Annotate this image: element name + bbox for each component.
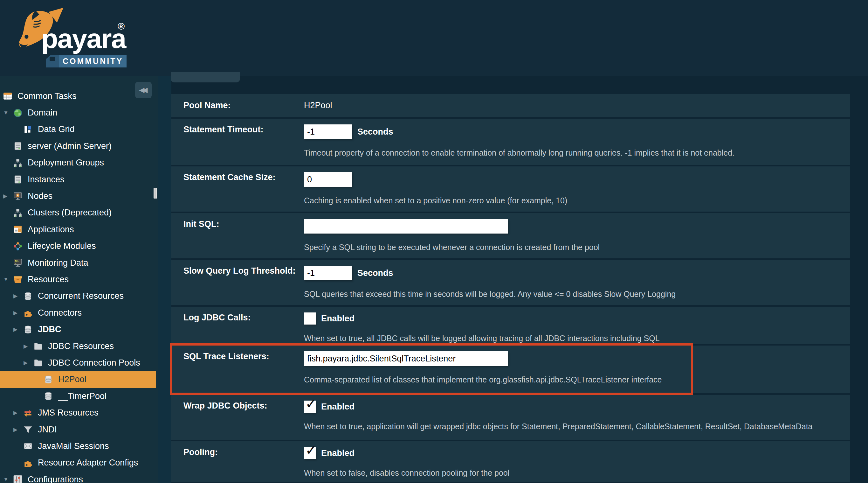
navigation-tree: Common Tasks▼DomainData Gridserver (Admi… (0, 88, 158, 483)
init-sql-input[interactable] (304, 219, 508, 233)
sidebar-item-label: Lifecycle Modules (28, 241, 96, 251)
field-suffix-label: Seconds (358, 127, 393, 137)
box-icon (13, 275, 23, 284)
sidebar-item-monitoring-data[interactable]: Monitoring Data (0, 255, 156, 271)
main-left-gutter (158, 76, 172, 483)
sidebar-scrollbar-thumb[interactable] (154, 188, 157, 199)
chevron-right-expander-icon[interactable]: ▶ (13, 409, 24, 416)
sidebar-item-common-tasks[interactable]: Common Tasks (0, 88, 156, 104)
sidebar-item-instances[interactable]: Instances (0, 171, 156, 188)
form-row-log-jdbc-calls: Log JDBC Calls:EnabledWhen set to true, … (171, 307, 850, 344)
server-icon (13, 175, 23, 184)
sidebar-item-concurrent-resources[interactable]: ▶Concurrent Resources (0, 288, 156, 305)
sidebar-item-label: Domain (28, 108, 57, 118)
field-suffix-label: Enabled (321, 402, 354, 412)
form-row-slow-query-log-threshold: Slow Query Log Threshold:SecondsSQL quer… (171, 260, 850, 305)
sidebar-item-label: JNDI (38, 425, 57, 435)
sidebar-item-jdbc-connection-pools[interactable]: ▶JDBC Connection Pools (0, 354, 156, 371)
sidebar-item-data-grid[interactable]: Data Grid (0, 121, 156, 138)
sql-trace-listeners-input[interactable] (304, 351, 508, 366)
field-label: Statement Cache Size: (171, 172, 304, 211)
chevron-right-expander-icon[interactable]: ▶ (13, 310, 24, 316)
form-row-sql-trace-listeners: SQL Trace Listeners:Comma-separated list… (171, 345, 850, 393)
server-icon (13, 142, 23, 150)
sidebar-item-configurations[interactable]: ▼Configurations (0, 471, 156, 483)
sidebar-item-jdbc[interactable]: ▶JDBC (0, 321, 156, 338)
sidebar-item-label: JDBC Connection Pools (48, 358, 140, 368)
field-label: Log JDBC Calls: (171, 312, 304, 344)
registered-mark: ® (118, 21, 125, 32)
sidebar-item-lifecycle-modules[interactable]: Lifecycle Modules (0, 238, 156, 255)
log-jdbc-calls-checkbox[interactable] (304, 312, 316, 324)
puzzle-icon (24, 458, 33, 467)
chevron-down-expander-icon[interactable]: ▼ (3, 476, 13, 483)
chevron-right-expander-icon[interactable]: ▶ (3, 193, 13, 199)
form-row-wrap-jdbc-objects: Wrap JDBC Objects:✓EnabledWhen set to tr… (171, 395, 850, 440)
field-help-text: Specify a SQL string to be executed when… (304, 243, 850, 252)
sidebar-item-label: Clusters (Deprecated) (28, 208, 112, 218)
sidebar-item-label: JDBC (38, 324, 61, 334)
field-help-text: When set to true, all JDBC calls will be… (304, 334, 850, 343)
chevron-right-expander-icon[interactable]: ▶ (24, 343, 34, 350)
statement-cache-size-input[interactable] (304, 172, 352, 187)
sidebar-item-label: Instances (28, 175, 65, 184)
slow-query-log-threshold-input[interactable] (304, 266, 352, 280)
monitor-icon (13, 192, 23, 201)
form-row-init-sql: Init SQL:Specify a SQL string to be exec… (171, 213, 850, 258)
sidebar-item-connectors[interactable]: ▶Connectors (0, 305, 156, 321)
sidebar-item-label: Nodes (28, 191, 53, 201)
sidebar-item-clusters-deprecated[interactable]: Clusters (Deprecated) (0, 205, 156, 221)
folder-icon (34, 342, 43, 351)
folder-icon (34, 358, 43, 367)
statement-timeout-input[interactable] (304, 124, 352, 139)
sidebar-item-domain[interactable]: ▼Domain (0, 104, 156, 121)
tab-fragment[interactable] (171, 72, 240, 82)
sidebar-item-label: Connectors (38, 308, 82, 318)
sidebar-item-label: __TimerPool (58, 391, 106, 401)
checkmark-icon: ✓ (305, 397, 317, 411)
field-suffix-label: Enabled (321, 448, 354, 458)
sidebar-item-h2pool[interactable]: H2Pool (0, 371, 156, 388)
field-help-text: When set to false, disables connection p… (304, 468, 850, 478)
chevron-right-expander-icon[interactable]: ▶ (24, 360, 34, 366)
form-row-pool-name: Pool Name:H2Pool (171, 94, 850, 117)
chevron-down-expander-icon[interactable]: ▼ (3, 276, 13, 283)
sidebar-item-label: JMS Resources (38, 408, 99, 418)
sidebar-item-label: Resource Adapter Configs (38, 458, 138, 468)
window-icon (13, 225, 23, 234)
pooling-checkbox[interactable]: ✓ (304, 447, 316, 459)
sidebar-item-nodes[interactable]: ▶Nodes (0, 188, 156, 204)
sidebar-item-applications[interactable]: Applications (0, 221, 156, 238)
wrap-jdbc-objects-checkbox[interactable]: ✓ (304, 401, 316, 413)
field-label: Slow Query Log Threshold: (171, 266, 304, 305)
field-label: Init SQL: (171, 219, 304, 258)
pool-advanced-form: Pool Name:H2PoolStatement Timeout:Second… (171, 94, 850, 482)
tasks-icon (3, 92, 13, 101)
sidebar-item-server-admin-server[interactable]: server (Admin Server) (0, 138, 156, 154)
form-row-statement-cache-size: Statement Cache Size:Caching is enabled … (171, 166, 850, 211)
globe-icon (13, 109, 23, 117)
chevron-right-expander-icon[interactable]: ▶ (13, 326, 24, 333)
chevron-down-expander-icon[interactable]: ▼ (3, 110, 13, 116)
sidebar-item-jdbc-resources[interactable]: ▶JDBC Resources (0, 338, 156, 354)
chevron-right-expander-icon[interactable]: ▶ (13, 426, 24, 433)
chevron-right-expander-icon[interactable]: ▶ (13, 293, 24, 300)
sidebar-item-deployment-groups[interactable]: Deployment Groups (0, 154, 156, 171)
sidebar-item-javamail-sessions[interactable]: JavaMail Sessions (0, 438, 156, 454)
sidebar-item-label: Common Tasks (18, 91, 76, 101)
field-label: Wrap JDBC Objects: (171, 401, 304, 440)
sidebar-item-resources[interactable]: ▼Resources (0, 271, 156, 288)
sidebar-item-label: Configurations (28, 475, 83, 483)
field-label: Statement Timeout: (171, 124, 304, 165)
field-help-text: Comma-separated list of classes that imp… (304, 375, 850, 385)
sidebar-item-label: Deployment Groups (28, 158, 104, 168)
sidebar-item-timerpool[interactable]: __TimerPool (0, 388, 156, 404)
community-ribbon-notch (50, 57, 55, 61)
sidebar-item-jndi[interactable]: ▶JNDI (0, 421, 156, 438)
sidebar-item-label: Concurrent Resources (38, 291, 124, 301)
database-icon (44, 392, 54, 401)
sidebar-item-jms-resources[interactable]: ▶JMS Resources (0, 404, 156, 421)
sidebar-item-resource-adapter-configs[interactable]: Resource Adapter Configs (0, 455, 156, 471)
sidebar-item-label: Monitoring Data (28, 258, 88, 268)
monitor-dark-icon (13, 258, 23, 267)
